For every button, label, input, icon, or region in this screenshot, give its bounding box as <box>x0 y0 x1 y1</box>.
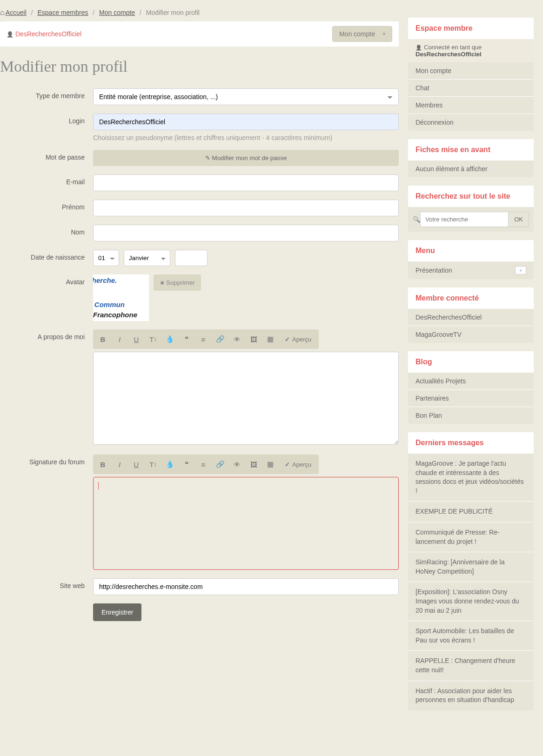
search-panel: Recherchez sur tout le site OK <box>408 186 534 232</box>
italic-button[interactable]: I <box>112 456 127 472</box>
align-button[interactable]: ≡ <box>195 456 211 472</box>
lastname-label: Nom <box>0 225 93 236</box>
image-button[interactable]: 🖼 <box>246 456 261 472</box>
firstname-label: Prénom <box>0 200 93 211</box>
blog-item[interactable]: Actualités Projets <box>408 373 534 390</box>
user-icon <box>7 30 15 38</box>
website-input[interactable] <box>93 578 399 595</box>
menu-item-presentation[interactable]: Présentation ≡ <box>408 261 534 279</box>
fiches-title: Fiches mise en avant <box>408 139 534 161</box>
connected-panel: Membre connecté DesRecherchesOfficiel Ma… <box>408 288 534 343</box>
fiches-panel: Fiches mise en avant Aucun élément à aff… <box>408 139 534 177</box>
search-icon <box>413 212 420 227</box>
connected-member[interactable]: DesRecherchesOfficiel <box>408 309 534 326</box>
message-item[interactable]: RAPPELLE : Changement d'heure cette nuit… <box>408 651 534 681</box>
connected-username: DesRecherchesOfficiel <box>416 51 482 58</box>
member-type-select[interactable]: Entité morale (entreprise, association, … <box>93 88 399 105</box>
blog-title: Blog <box>408 351 534 373</box>
bold-button[interactable]: B <box>95 456 111 472</box>
delete-avatar-button[interactable]: Supprimer <box>154 274 201 291</box>
quote-button[interactable]: ❝ <box>179 456 194 472</box>
image-button[interactable]: 🖼 <box>246 331 261 347</box>
message-item[interactable]: Communiqué de Presse: Re-lancement du pr… <box>408 522 534 552</box>
espace-membre-panel: Espace membre Connecté en tant que DesRe… <box>408 18 534 131</box>
birthdate-label: Date de naissance <box>0 250 93 261</box>
pencil-icon <box>205 154 212 161</box>
signature-textarea[interactable] <box>93 477 399 570</box>
italic-button[interactable]: I <box>112 331 127 347</box>
search-input[interactable] <box>420 212 508 227</box>
home-icon <box>0 9 6 16</box>
check-icon <box>285 336 292 343</box>
user-icon <box>416 44 424 51</box>
userbar-username[interactable]: DesRecherchesOfficiel <box>15 30 81 38</box>
breadcrumb-account[interactable]: Mon compte <box>99 9 135 16</box>
connected-member[interactable]: MagaGrooveTV <box>408 326 534 343</box>
breadcrumb: Accueil / Espace membres / Mon compte / … <box>0 0 399 21</box>
breadcrumb-members[interactable]: Espace membres <box>37 9 88 16</box>
close-icon <box>160 279 166 286</box>
menu-panel: Menu Présentation ≡ <box>408 240 534 279</box>
espace-title: Espace membre <box>408 18 534 39</box>
menu-badge-icon: ≡ <box>515 266 526 274</box>
quote-button[interactable]: ❝ <box>179 331 194 347</box>
avatar-label: Avatar <box>0 274 93 286</box>
website-label: Site web <box>0 578 93 589</box>
account-dropdown[interactable]: Mon compte <box>332 26 392 42</box>
signature-toolbar: B I U T↕ 💧 ❝ ≡ 🔗 👁 🖼 ▦ Aperçu <box>93 455 319 474</box>
text-size-button[interactable]: T↕ <box>145 456 161 472</box>
messages-panel: Derniers messages MagaGroove : Je partag… <box>408 432 534 710</box>
link-button[interactable]: 🔗 <box>212 331 228 347</box>
message-item[interactable]: [Exposition]: L'association Osny Images … <box>408 582 534 621</box>
search-button[interactable]: OK <box>508 212 529 227</box>
bold-button[interactable]: B <box>95 331 111 347</box>
user-bar: DesRecherchesOfficiel Mon compte <box>0 21 399 47</box>
login-label: Login <box>0 114 93 125</box>
login-input[interactable] <box>93 114 399 130</box>
lastname-input[interactable] <box>93 225 399 241</box>
message-item[interactable]: Hactif : Association pour aider les pers… <box>408 681 534 710</box>
preview-button[interactable]: Aperçu <box>279 456 317 472</box>
birth-year-input[interactable] <box>175 250 208 266</box>
link-button[interactable]: 🔗 <box>212 456 228 472</box>
about-label: A propos de moi <box>0 329 93 341</box>
blog-panel: Blog Actualités Projets Partenaires Bon … <box>408 351 534 424</box>
align-button[interactable]: ≡ <box>195 331 211 347</box>
color-button[interactable]: 💧 <box>162 331 178 347</box>
password-label: Mot de passe <box>0 150 93 161</box>
change-password-button[interactable]: Modifier mon mot de passe <box>93 150 399 166</box>
blog-item[interactable]: Partenaires <box>408 390 534 407</box>
message-item[interactable]: MagaGroove : Je partage l'actu chaude et… <box>408 454 534 502</box>
message-item[interactable]: Sport Automobile: Les batailles de Pau s… <box>408 621 534 651</box>
blog-item[interactable]: Bon Plan <box>408 407 534 424</box>
firstname-input[interactable] <box>93 200 399 216</box>
message-item[interactable]: SimRacing: [Anniversaire de la HoNey Com… <box>408 552 534 582</box>
about-textarea[interactable] <box>93 352 399 445</box>
hide-button[interactable]: 👁 <box>229 456 245 472</box>
color-button[interactable]: 💧 <box>162 456 178 472</box>
submit-button[interactable]: Enregistrer <box>93 603 141 621</box>
about-toolbar: B I U T↕ 💧 ❝ ≡ 🔗 👁 🖼 ▦ Aperçu <box>93 329 319 349</box>
search-title: Recherchez sur tout le site <box>408 186 534 207</box>
video-button[interactable]: ▦ <box>262 456 278 472</box>
message-item[interactable]: EXEMPLE DE PUBLICITÉ <box>408 502 534 522</box>
breadcrumb-home[interactable]: Accueil <box>6 9 27 16</box>
connected-title: Membre connecté <box>408 288 534 309</box>
member-type-label: Type de membre <box>0 88 93 100</box>
sidebar-item-account[interactable]: Mon compte <box>408 62 534 80</box>
text-size-button[interactable]: T↕ <box>145 331 161 347</box>
menu-title: Menu <box>408 240 534 261</box>
birth-day-select[interactable]: 01 <box>93 250 119 266</box>
underline-button[interactable]: U <box>128 331 144 347</box>
video-button[interactable]: ▦ <box>262 331 278 347</box>
hide-button[interactable]: 👁 <box>229 331 245 347</box>
email-label: E-mail <box>0 174 93 186</box>
sidebar-item-chat[interactable]: Chat <box>408 80 534 97</box>
underline-button[interactable]: U <box>128 456 144 472</box>
birth-month-select[interactable]: Janvier <box>124 250 170 266</box>
email-input[interactable] <box>93 174 399 191</box>
preview-button[interactable]: Aperçu <box>279 331 317 347</box>
sidebar-item-logout[interactable]: Déconnexion <box>408 114 534 131</box>
check-icon <box>285 461 292 468</box>
sidebar-item-members[interactable]: Membres <box>408 97 534 114</box>
